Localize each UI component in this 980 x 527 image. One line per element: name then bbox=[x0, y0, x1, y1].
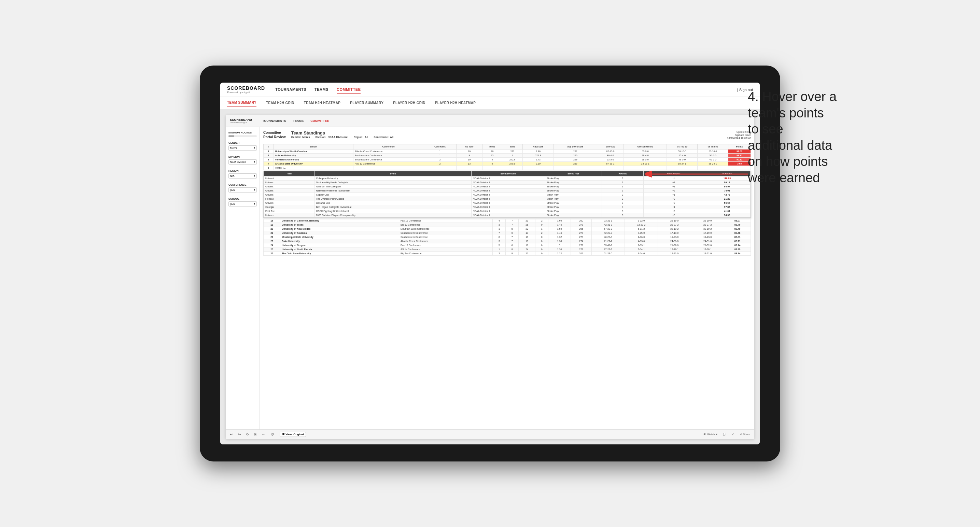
annotation-container: 4. Hover over ateam's pointsto seeadditi… bbox=[748, 89, 925, 186]
subnav-player-h2h-heatmap[interactable]: PLAYER H2H HEATMAP bbox=[435, 100, 476, 106]
region-val: All bbox=[365, 135, 368, 138]
conference-select[interactable]: (All) ▾ bbox=[228, 187, 257, 192]
col-no-tour: No Tour bbox=[456, 144, 482, 149]
share-icon: ↗ bbox=[740, 433, 742, 436]
subnav-team-h2h-heatmap[interactable]: TEAM H2H HEATMAP bbox=[304, 100, 340, 106]
watch-button[interactable]: 👁 Watch ▾ bbox=[703, 433, 717, 436]
tooltip-row: Univers Williams Cup NCAA Division I Str… bbox=[264, 201, 751, 205]
table-row[interactable]: 21 University of Alabama Southeastern Co… bbox=[264, 231, 751, 235]
col-avg-low: Avg Low Score bbox=[554, 144, 597, 149]
more-icon: ⋯ bbox=[262, 432, 265, 436]
division-select[interactable]: NCAA Division I ▾ bbox=[228, 159, 257, 165]
main-nav: TOURNAMENTS TEAMS COMMITTEE bbox=[275, 86, 737, 94]
view-original-button[interactable]: 👁 View: Original bbox=[280, 432, 306, 437]
region-select[interactable]: N/A ▾ bbox=[228, 173, 257, 178]
scoreboard-container: SCOREBOARD Powered by clipp'd TOURNAMENT… bbox=[226, 115, 754, 439]
slider-fill bbox=[228, 135, 234, 137]
nav-tournaments[interactable]: TOURNAMENTS bbox=[275, 86, 306, 94]
sc-logo: SCOREBOARD Powered by clipp'd bbox=[230, 118, 252, 124]
table-row[interactable]: 24 University of Oregon Pac-12 Conferenc… bbox=[264, 243, 751, 247]
table-row[interactable]: 20 University of New Mexico Mountain Wes… bbox=[264, 227, 751, 231]
table-row[interactable]: 2 Auburn University Southeastern Confere… bbox=[264, 153, 751, 157]
red-arrow-container bbox=[645, 164, 755, 186]
subnav-player-summary[interactable]: PLAYER SUMMARY bbox=[350, 100, 383, 106]
copy-button[interactable]: ⎘ bbox=[255, 432, 256, 436]
update-time: Update time:Update time:13/03/2024 10:03… bbox=[727, 130, 751, 140]
division-val: NCAA Division I bbox=[328, 135, 348, 138]
nav-teams[interactable]: TEAMS bbox=[315, 86, 328, 94]
table-row[interactable]: 1 University of North Carolina Atlantic … bbox=[264, 149, 751, 153]
min-rounds-label: Minimum Rounds bbox=[228, 131, 257, 134]
view-icon: 👁 bbox=[282, 433, 285, 436]
col-rank: # bbox=[264, 144, 274, 149]
refresh-button[interactable]: ⟳ bbox=[246, 432, 249, 436]
col-event-div: Event Division bbox=[471, 171, 545, 176]
col-vs-top25: Vs Top 25 bbox=[667, 144, 698, 149]
app-header: SCOREBOARD Powered by clipp'd TOURNAMENT… bbox=[220, 83, 760, 97]
table-row[interactable]: 3 Vanderbilt University Southeastern Con… bbox=[264, 157, 751, 162]
table-row[interactable]: 19 University of Texas Big 12 Conference… bbox=[264, 222, 751, 227]
app-logo-area: SCOREBOARD Powered by clipp'd bbox=[227, 85, 265, 94]
chevron-icon: ▾ bbox=[254, 189, 255, 192]
subnav-team-h2h-grid[interactable]: TEAM H2H GRID bbox=[266, 100, 294, 106]
table-row[interactable]: 18 University of California, Berkeley Pa… bbox=[264, 219, 751, 222]
col-team: Team bbox=[264, 171, 315, 176]
app-logo: SCOREBOARD bbox=[227, 85, 265, 91]
tooltip-row: East Tee OFCC Fighting Illini Invitation… bbox=[264, 209, 751, 213]
nav-committee[interactable]: COMMITTEE bbox=[337, 86, 361, 94]
standings-section: Team Standings Gender: Men's Division: N… bbox=[291, 130, 727, 141]
chevron-icon: ▾ bbox=[254, 160, 255, 163]
copy-icon: ⎘ bbox=[255, 432, 256, 436]
division-label: Division bbox=[228, 155, 257, 159]
subnav-team-summary[interactable]: TEAM SUMMARY bbox=[227, 99, 256, 106]
refresh-icon: ⟳ bbox=[246, 432, 249, 436]
table-row[interactable]: 25 University of North Florida ASUN Conf… bbox=[264, 247, 751, 251]
col-event-type: Event Type bbox=[545, 171, 602, 176]
standings-title: Team Standings bbox=[291, 130, 727, 135]
table-row[interactable]: 22 Mississippi State University Southeas… bbox=[264, 235, 751, 239]
fullscreen-button[interactable]: ⤢ bbox=[732, 433, 734, 436]
sc-nav-tournaments[interactable]: TOURNAMENTS bbox=[262, 119, 286, 122]
table-row[interactable]: 23 Duke University Atlantic Coast Confer… bbox=[264, 239, 751, 243]
division-chip: Division: NCAA Division I bbox=[315, 135, 348, 138]
annotation-text: 4. Hover over ateam's pointsto seeadditi… bbox=[748, 89, 925, 186]
table-row[interactable]: 26 The Ohio State University Big Ten Con… bbox=[264, 251, 751, 255]
fullscreen-icon: ⤢ bbox=[732, 433, 734, 436]
sc-nav-committee[interactable]: COMMITTEE bbox=[310, 119, 329, 122]
content-area: SCOREBOARD Powered by clipp'd TOURNAMENT… bbox=[220, 109, 760, 444]
min-rounds-slider-container bbox=[228, 135, 257, 137]
scoreboard-header: SCOREBOARD Powered by clipp'd TOURNAMENT… bbox=[226, 115, 754, 127]
conference-label: Conference bbox=[228, 183, 257, 186]
school-select[interactable]: (All) ▾ bbox=[228, 202, 257, 206]
bottom-toolbar: ↩ ↪ ⟳ ⎘ ⋯ ⏱ bbox=[226, 429, 754, 439]
filters-sidebar: Minimum Rounds Gender Men's ▾ bbox=[226, 127, 260, 429]
gender-label: Gender bbox=[228, 141, 257, 144]
filter-group-conference: Conference (All) ▾ bbox=[228, 183, 257, 192]
min-rounds-slider[interactable] bbox=[228, 135, 257, 137]
chevron-icon: ▾ bbox=[254, 146, 255, 149]
col-points: Points bbox=[728, 144, 751, 149]
more-button[interactable]: ⋯ bbox=[262, 432, 265, 436]
sub-nav: TEAM SUMMARY TEAM H2H GRID TEAM H2H HEAT… bbox=[220, 97, 760, 109]
chevron-icon: ▾ bbox=[254, 175, 255, 178]
redo-icon: ↪ bbox=[238, 432, 241, 436]
filter-group-gender: Gender Men's ▾ bbox=[228, 141, 257, 151]
school-label: School bbox=[228, 197, 257, 200]
share-button[interactable]: ↗ Share bbox=[740, 433, 750, 436]
comment-button[interactable]: 💬 bbox=[723, 433, 726, 436]
redo-button[interactable]: ↪ bbox=[238, 432, 241, 436]
filter-group-min-rounds: Minimum Rounds bbox=[228, 131, 257, 137]
gender-select[interactable]: Men's ▾ bbox=[228, 145, 257, 151]
tooltip-row: Univers National Invitational Tournament… bbox=[264, 189, 751, 192]
sc-logo-sub: Powered by clipp'd bbox=[230, 122, 252, 124]
clock-button[interactable]: ⏱ bbox=[271, 432, 274, 436]
chevron-down-icon: ▾ bbox=[716, 433, 718, 436]
col-conf: Conference bbox=[353, 144, 424, 149]
col-overall: Overall Record bbox=[624, 144, 667, 149]
sc-nav-teams[interactable]: TEAMS bbox=[293, 119, 304, 122]
undo-button[interactable]: ↩ bbox=[230, 432, 232, 436]
app-logo-sub: Powered by clipp'd bbox=[227, 91, 265, 94]
col-adj-score: Adj Score bbox=[523, 144, 554, 149]
col-wins: Wins bbox=[502, 144, 523, 149]
subnav-player-h2h-grid[interactable]: PLAYER H2H GRID bbox=[393, 100, 425, 106]
